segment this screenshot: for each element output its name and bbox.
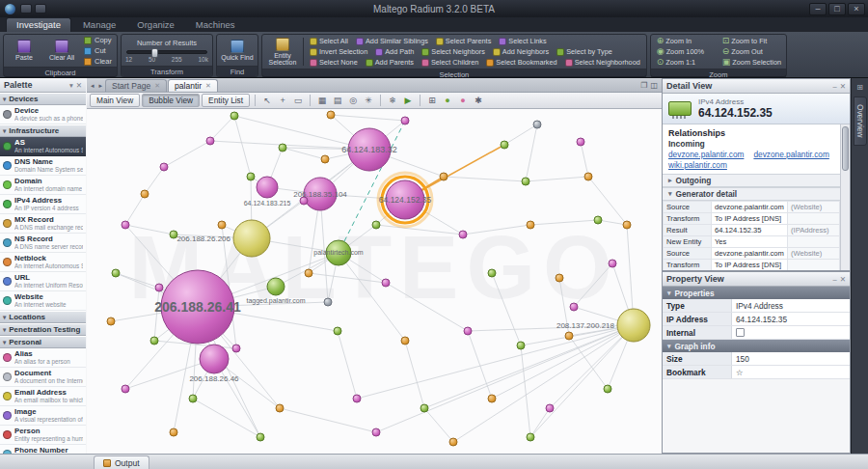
outgoing-section[interactable]: ▸ Outgoing bbox=[663, 174, 840, 187]
graph-node[interactable] bbox=[488, 395, 496, 402]
settings-icon[interactable]: ✱ bbox=[472, 95, 485, 107]
paste-button[interactable]: Paste bbox=[7, 36, 41, 66]
graph-node[interactable] bbox=[501, 141, 508, 149]
graph-node[interactable] bbox=[617, 309, 650, 342]
ribbon-tab-machines[interactable]: Machines bbox=[186, 18, 245, 32]
overview-icon[interactable]: ⊞ bbox=[425, 95, 439, 107]
palette-item-url[interactable]: URL An internet Uniform Resource Locator bbox=[0, 272, 86, 291]
tab-close-icon[interactable]: ✕ bbox=[205, 82, 211, 90]
graph-node[interactable] bbox=[527, 433, 534, 441]
property-value[interactable]: 150 bbox=[732, 352, 850, 365]
graph-node[interactable] bbox=[257, 177, 278, 198]
palette-item-device[interactable]: Device A device such as a phone or camer… bbox=[0, 105, 86, 124]
layout-hierarchical-icon[interactable]: ▤ bbox=[331, 95, 344, 107]
pan-icon[interactable]: + bbox=[276, 95, 289, 107]
view-button-entity-list[interactable]: Entity List bbox=[202, 94, 250, 107]
detail-scrollbar-thumb[interactable] bbox=[842, 126, 849, 171]
select-neighbors-button[interactable]: Select Neighbors bbox=[419, 46, 488, 57]
graph-node[interactable] bbox=[401, 117, 409, 124]
maximize-view-icon[interactable]: ❐ bbox=[640, 81, 647, 90]
graph-node[interactable] bbox=[464, 327, 472, 335]
zoom-selection-button[interactable]: ▣ Zoom Selection bbox=[719, 57, 783, 68]
palette-item-website[interactable]: Website An internet website bbox=[0, 291, 86, 311]
graph-node[interactable] bbox=[488, 269, 496, 277]
graph-node[interactable] bbox=[206, 137, 214, 145]
property-section-properties[interactable]: ▾ Properties bbox=[663, 287, 850, 299]
view-button-bubble-view[interactable]: Bubble View bbox=[142, 94, 200, 107]
graph-node[interactable] bbox=[170, 428, 177, 436]
graph-node[interactable] bbox=[353, 395, 361, 402]
palette-item-as[interactable]: AS An internet Autonomous System (AS) bbox=[0, 137, 86, 156]
graph-node[interactable] bbox=[107, 317, 115, 325]
freeze-icon[interactable]: ❄ bbox=[386, 95, 399, 107]
ribbon-tab-organize[interactable]: Organize bbox=[127, 18, 184, 32]
graph-node[interactable] bbox=[459, 231, 467, 238]
graph-node[interactable] bbox=[401, 337, 409, 345]
select-all-button[interactable]: Select All bbox=[307, 36, 351, 46]
output-tab[interactable]: Output bbox=[94, 455, 149, 469]
graph-node[interactable] bbox=[276, 404, 284, 412]
graph-node[interactable] bbox=[327, 111, 335, 119]
link-add-icon[interactable]: ● bbox=[456, 95, 470, 107]
graph-node[interactable] bbox=[556, 274, 563, 282]
graph-node[interactable] bbox=[604, 385, 611, 393]
detail-minimize-icon[interactable]: – bbox=[833, 82, 837, 91]
palette-section-infrastructure[interactable]: ▾ Infrastructure bbox=[0, 124, 86, 137]
copy-button[interactable]: Copy bbox=[82, 36, 114, 44]
invert-selection-button[interactable]: Invert Selection bbox=[307, 46, 370, 57]
view-button-main-view[interactable]: Main View bbox=[90, 94, 140, 107]
add-similar-siblings-button[interactable]: Add Similar Siblings bbox=[353, 36, 431, 46]
property-section-graph-info[interactable]: ▾ Graph info bbox=[663, 340, 850, 352]
graph-node[interactable] bbox=[334, 327, 341, 335]
layout-organic-icon[interactable]: ✳ bbox=[362, 95, 375, 107]
property-minimize-icon[interactable]: – bbox=[833, 275, 837, 284]
graph-node[interactable] bbox=[232, 345, 240, 352]
property-value[interactable]: IPv4 Address bbox=[732, 299, 850, 312]
document-tab-start-page[interactable]: Start Page ✕ bbox=[105, 79, 167, 92]
maximize-button[interactable]: □ bbox=[828, 3, 846, 15]
select-none-button[interactable]: Select None bbox=[307, 57, 361, 68]
tab-scroll-left-icon[interactable]: ◂ bbox=[89, 82, 96, 92]
graph-node[interactable] bbox=[150, 337, 158, 345]
graph-node[interactable] bbox=[517, 342, 525, 349]
zoom-100-button[interactable]: ◉ Zoom 100% bbox=[654, 46, 718, 57]
incoming-link[interactable]: devzone.palantir.com bbox=[753, 150, 828, 159]
palette-item-ipv4-address[interactable]: IPv4 Address An IP version 4 address bbox=[0, 195, 86, 214]
entity-add-icon[interactable]: ● bbox=[441, 95, 454, 107]
detail-close-icon[interactable]: ✕ bbox=[840, 82, 846, 91]
graph-node[interactable] bbox=[623, 221, 631, 229]
graph-node[interactable] bbox=[449, 438, 457, 446]
palette-section-locations[interactable]: ▾ Locations bbox=[0, 311, 86, 323]
graph-node[interactable] bbox=[440, 173, 448, 180]
graph-node[interactable] bbox=[231, 112, 238, 120]
overview-dock-tab[interactable]: Overview bbox=[854, 97, 867, 146]
graph-node[interactable] bbox=[122, 221, 129, 229]
graph-node[interactable] bbox=[305, 269, 312, 277]
close-button[interactable]: × bbox=[848, 3, 865, 15]
graph-node[interactable] bbox=[324, 298, 332, 306]
graph-node[interactable] bbox=[155, 284, 163, 291]
graph-node[interactable] bbox=[546, 404, 554, 412]
run-icon[interactable]: ▶ bbox=[401, 95, 415, 107]
select-neighborhood-button[interactable]: Select Neighborhood bbox=[562, 57, 643, 68]
generator-section[interactable]: ▾ Generator detail bbox=[663, 187, 840, 201]
property-value[interactable]: 64.124.152.35 bbox=[732, 313, 850, 325]
palette-item-netblock[interactable]: Netblock An internet Autonomous System (… bbox=[0, 253, 86, 272]
graph-canvas[interactable]: MALTEGO 206.188.26.4164.124.183.32206.18… bbox=[87, 109, 662, 454]
clear-all-button[interactable]: Clear All bbox=[44, 36, 79, 66]
graph-node[interactable] bbox=[577, 138, 584, 146]
graph-node[interactable] bbox=[372, 221, 380, 229]
zoom-out-button[interactable]: ⊖ Zoom Out bbox=[719, 46, 783, 57]
select-bookmarked-button[interactable]: Select Bookmarked bbox=[483, 57, 559, 68]
pointer-icon[interactable]: ↖ bbox=[260, 95, 274, 107]
internal-checkbox[interactable] bbox=[736, 328, 745, 337]
entity-selection-button[interactable]: Entity Selection bbox=[265, 36, 300, 68]
palette-section-penetration-testing[interactable]: ▾ Penetration Testing bbox=[0, 323, 86, 336]
cut-button[interactable]: Cut bbox=[82, 46, 114, 55]
graph-node[interactable] bbox=[594, 216, 602, 224]
palette-item-dns-name[interactable]: DNS Name Domain Name System server name bbox=[0, 156, 86, 176]
graph-node[interactable] bbox=[122, 385, 129, 393]
graph-node[interactable] bbox=[141, 190, 149, 198]
incoming-link[interactable]: devzone.palantir.com bbox=[668, 150, 744, 159]
tab-scroll-right-icon[interactable]: ▸ bbox=[97, 82, 105, 92]
